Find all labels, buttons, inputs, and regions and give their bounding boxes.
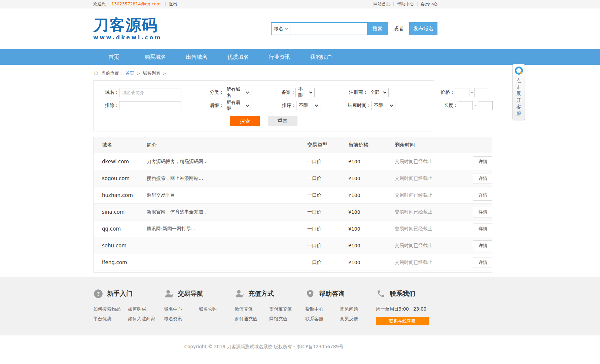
cell-type: 一口价 bbox=[307, 192, 348, 198]
logout-link[interactable]: 退出 bbox=[169, 1, 177, 6]
suffix-select[interactable]: 所有后缀 bbox=[224, 101, 251, 110]
nav-item-4[interactable]: 行业资讯 bbox=[259, 49, 300, 65]
detail-button[interactable]: 详情 bbox=[473, 240, 492, 251]
user-yen-icon: ¥ bbox=[164, 289, 174, 299]
sort-select[interactable]: 不限 bbox=[296, 101, 320, 110]
search-input[interactable] bbox=[290, 23, 367, 35]
contact-service-button[interactable]: 联系在线客服 bbox=[376, 317, 429, 325]
detail-button[interactable]: 详情 bbox=[473, 190, 492, 201]
cell-time: 交易时间已经截止 bbox=[395, 192, 473, 198]
topbar-link-0[interactable]: 网站首页 bbox=[374, 1, 390, 6]
cell-price: ¥100 bbox=[348, 176, 395, 181]
site-logo[interactable]: 刀客源码 www.dkewl.com bbox=[93, 17, 162, 40]
cell-type: 一口价 bbox=[307, 259, 348, 266]
record-select[interactable]: 不限 bbox=[295, 88, 315, 97]
footer-section-beginner: ? 新手入门 如何搜索物品如何购买平台优势如何入驻商家 bbox=[93, 289, 164, 325]
length-max-input[interactable] bbox=[478, 101, 493, 110]
filter-reset-button[interactable]: 重置 bbox=[268, 116, 297, 126]
price-max-input[interactable] bbox=[474, 88, 489, 97]
footer-link[interactable]: 财付通充值 bbox=[235, 316, 267, 322]
footer-section-trade: ¥ 交易导航 域名中心域名求购域名资讯 bbox=[164, 289, 235, 325]
detail-button[interactable]: 详情 bbox=[473, 224, 492, 234]
nav-item-2[interactable]: 出售域名 bbox=[176, 49, 217, 65]
detail-button[interactable]: 详情 bbox=[473, 156, 492, 167]
footer-link[interactable]: 如何入驻商家 bbox=[128, 316, 161, 322]
footer-link[interactable]: 网银充值 bbox=[269, 316, 302, 322]
nav-item-1[interactable]: 购买域名 bbox=[135, 49, 176, 65]
cell-time: 交易时间已经截止 bbox=[395, 259, 473, 266]
cell-desc: 搜狗搜索，网上冲浪网站... bbox=[147, 175, 307, 181]
chat-bubble-icon bbox=[514, 66, 524, 75]
welcome-label: 欢迎您： bbox=[93, 1, 110, 6]
customer-service-tab[interactable]: 点击展开客服 bbox=[513, 64, 525, 120]
footer-link[interactable]: 联系客服 bbox=[305, 316, 338, 322]
footer-link[interactable]: 帮助中心 bbox=[305, 306, 338, 312]
cell-time: 交易时间已经截止 bbox=[395, 209, 473, 215]
footer-link[interactable]: 意见反馈 bbox=[340, 316, 373, 322]
footer-section-title: 帮助咨询 bbox=[319, 289, 345, 298]
question-icon: ? bbox=[93, 289, 103, 299]
suffix-filter-label: 后缀： bbox=[196, 103, 224, 109]
suffix-select-value: 所有后缀 bbox=[226, 99, 244, 112]
cell-type: 一口价 bbox=[307, 159, 348, 165]
length-filter-label: 长度： bbox=[428, 103, 458, 109]
cell-desc: 源码交易平台 bbox=[147, 192, 307, 198]
user-arrow-icon bbox=[235, 289, 245, 299]
topbar-link-1[interactable]: 帮助中心 bbox=[397, 1, 414, 6]
registrar-filter-label: 注册商： bbox=[336, 89, 368, 95]
footer-link[interactable]: 如何购买 bbox=[128, 306, 161, 312]
endtime-select[interactable]: 不限 bbox=[371, 101, 395, 110]
publish-domain-button[interactable]: 发布域名 bbox=[409, 22, 437, 35]
floating-label: 点击展开客服 bbox=[517, 77, 521, 117]
separator: | bbox=[393, 1, 394, 6]
detail-button[interactable]: 详情 bbox=[473, 257, 492, 268]
topbar-links: 网站首页|帮助中心|会员中心 bbox=[374, 1, 437, 7]
column-header: 简介 bbox=[147, 142, 307, 148]
shield-icon bbox=[305, 289, 315, 299]
search-button[interactable]: 搜索 bbox=[367, 23, 388, 35]
cell-desc: 新浪官网，体育盛事全知道... bbox=[147, 209, 307, 215]
nav-item-0[interactable]: 首页 bbox=[93, 49, 135, 65]
table-row: dkewl.com刀客源码博客，精品源码网...一口价¥100交易时间已经截止详… bbox=[94, 153, 492, 170]
footer-links: 域名中心域名求购域名资讯 bbox=[164, 306, 235, 322]
footer-link[interactable]: 支付宝充值 bbox=[269, 306, 302, 312]
domain-filter-label: 域名： bbox=[99, 89, 119, 95]
sort-filter-label: 排序： bbox=[274, 103, 296, 109]
column-header: 交易类型 bbox=[307, 142, 348, 148]
detail-button[interactable]: 详情 bbox=[473, 173, 492, 184]
price-min-input[interactable] bbox=[455, 88, 469, 97]
domain-table: 域名简介交易类型当前价格剩余时间 dkewl.com刀客源码博客，精品源码网..… bbox=[93, 137, 492, 273]
search-category-select[interactable]: 域名 bbox=[272, 23, 290, 35]
footer-link[interactable]: 域名求购 bbox=[199, 306, 231, 312]
nav-item-5[interactable]: 我的账户 bbox=[300, 49, 342, 65]
footer-link[interactable]: 域名资讯 bbox=[164, 316, 197, 322]
filter-search-button[interactable]: 搜索 bbox=[230, 116, 260, 126]
footer-link[interactable]: 微信充值 bbox=[235, 306, 267, 312]
detail-button[interactable]: 详情 bbox=[473, 207, 492, 217]
floating-label-char: 客 bbox=[517, 104, 521, 110]
footer-link[interactable]: 如何搜索物品 bbox=[93, 306, 126, 312]
endtime-select-value: 不限 bbox=[374, 103, 383, 109]
length-min-input[interactable] bbox=[458, 101, 473, 110]
cell-domain: sina.com bbox=[94, 209, 147, 215]
registrar-select[interactable]: 全部 bbox=[368, 88, 389, 97]
home-icon[interactable] bbox=[93, 71, 99, 76]
cell-actions: 详情 bbox=[473, 240, 492, 251]
cell-price: ¥100 bbox=[348, 193, 395, 198]
footer-section-title: 联系我们 bbox=[390, 289, 415, 298]
nav-item-3[interactable]: 优质域名 bbox=[217, 49, 259, 65]
footer-link[interactable]: 常见问题 bbox=[340, 306, 373, 312]
exclude-filter-input[interactable] bbox=[119, 101, 181, 110]
chevron-down-icon bbox=[390, 103, 393, 107]
breadcrumb-separator: > bbox=[163, 71, 166, 76]
user-email-link[interactable]: 13023572814@qq.com bbox=[111, 1, 161, 6]
domain-filter-input[interactable] bbox=[119, 88, 181, 97]
footer-link[interactable]: 域名中心 bbox=[164, 306, 197, 312]
category-select[interactable]: 所有域名 bbox=[224, 88, 251, 97]
footer-link[interactable]: 平台优势 bbox=[93, 316, 126, 322]
breadcrumb-home-link[interactable]: 首页 bbox=[126, 70, 134, 76]
footer-links: 帮助中心常见问题联系客服意见反馈 bbox=[305, 306, 376, 322]
cell-domain: sogou.com bbox=[94, 175, 147, 181]
topbar-link-2[interactable]: 会员中心 bbox=[421, 1, 437, 6]
svg-text:¥: ¥ bbox=[170, 294, 173, 298]
